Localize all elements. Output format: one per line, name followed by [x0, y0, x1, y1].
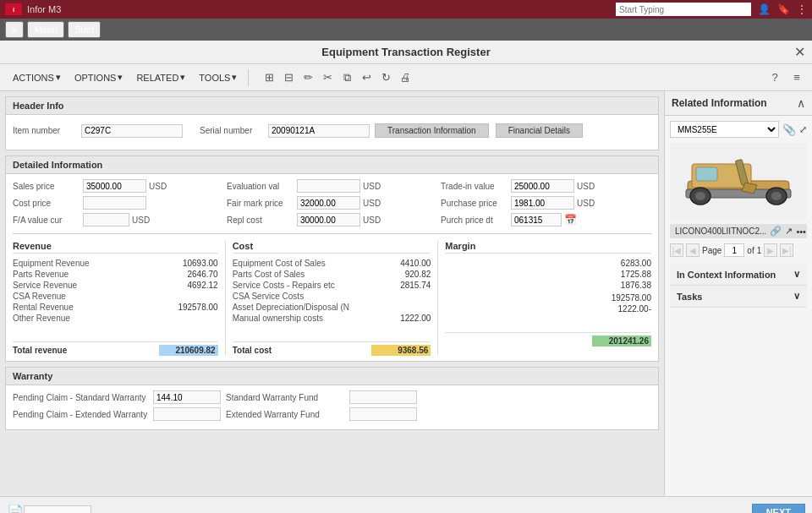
fair-mark-label: Fair mark price — [227, 199, 294, 208]
trans-btns: Transaction Information Financial Detail… — [375, 123, 583, 138]
user-icon[interactable]: 👤 — [758, 3, 771, 15]
page-label: Page — [702, 246, 721, 255]
margin-item-value: 192578.00 — [592, 293, 651, 303]
options-button[interactable]: OPTIONS ▾ — [69, 69, 129, 85]
repl-cost-input[interactable] — [297, 213, 360, 226]
app-instance: Infor M3 — [27, 4, 61, 14]
bottom-page-input[interactable] — [24, 505, 91, 514]
refresh-icon[interactable]: ↻ — [377, 69, 394, 86]
warranty-extended-input[interactable] — [153, 407, 221, 421]
context-info-header[interactable]: In Context Information ∨ — [670, 264, 807, 285]
cost-item: Service Costs - Repairs etc 2815.74 — [233, 281, 431, 290]
fa-value-currency: USD — [132, 216, 150, 225]
eval-val-group: Evaluation val USD — [227, 179, 437, 193]
right-panel-content: MMS255E 📎 ⤢ — [665, 116, 812, 496]
equipment-svg — [679, 147, 798, 215]
toolbar-right: ? ≡ — [766, 69, 805, 86]
financial-details-button[interactable]: Financial Details — [496, 123, 583, 138]
sales-price-input[interactable] — [83, 179, 146, 193]
revenue-item-label: Parts Revenue — [13, 270, 159, 279]
margin-item: 1222.00- — [445, 304, 651, 314]
tasks-header[interactable]: Tasks ∨ — [670, 286, 807, 307]
margin-item: 1876.38 — [445, 281, 651, 290]
page-number-input[interactable] — [724, 243, 744, 257]
attach-icon[interactable]: 📎 — [782, 123, 796, 136]
revenue-total-value: 210609.82 — [159, 345, 218, 356]
menu-button[interactable]: Menu — [27, 21, 64, 38]
trade-in-group: Trade-in value USD — [441, 179, 651, 193]
undo-icon[interactable]: ↩ — [358, 69, 375, 86]
prev-page-button[interactable]: ◀ — [686, 243, 700, 257]
warranty-extended-fund-input[interactable] — [349, 407, 417, 421]
header-info-title: Header Info — [6, 97, 658, 115]
trade-in-input[interactable] — [511, 179, 574, 193]
equipment-more-icon[interactable]: ••• — [796, 226, 806, 237]
fa-value-group: F/A value cur USD — [13, 213, 223, 226]
cost-item-value: 2815.74 — [371, 281, 431, 290]
warranty-extended-fund-label: Extended Warranty Fund — [226, 410, 344, 419]
svg-marker-8 — [742, 183, 757, 194]
transaction-info-button[interactable]: Transaction Information — [375, 123, 489, 138]
margin-item: 1725.88 — [445, 270, 651, 279]
revenue-item: Rental Revenue 192578.00 — [13, 303, 218, 312]
bookmark-icon[interactable]: 🔖 — [777, 3, 790, 15]
copy-icon[interactable]: ⊟ — [280, 69, 297, 86]
revenue-item-value: 2646.70 — [159, 270, 218, 279]
fair-mark-group: Fair mark price USD — [227, 196, 437, 210]
first-page-button[interactable]: |◀ — [670, 243, 683, 257]
print-icon[interactable]: 🖨 — [397, 69, 414, 86]
purchase-price-group: Purchase price USD — [441, 196, 651, 210]
equipment-label: LICONO400LIITNOC2... 🔗 ↗ ••• — [670, 224, 807, 238]
new-icon[interactable]: ⊞ — [261, 69, 277, 86]
related-button[interactable]: RELATED ▾ — [130, 69, 191, 85]
cost-price-group: Cost price — [13, 196, 223, 210]
next-page-button[interactable]: ▶ — [764, 243, 777, 257]
purch-price-dt-group: Purch price dt 📅 — [441, 213, 651, 226]
warranty-row-2: Pending Claim - Extended Warranty Extend… — [13, 407, 651, 421]
start-button[interactable]: Start — [68, 21, 101, 38]
purchase-price-input[interactable] — [511, 196, 574, 210]
fair-mark-currency: USD — [363, 199, 381, 208]
cut-icon[interactable]: ✂ — [319, 69, 336, 86]
svg-point-5 — [695, 192, 705, 200]
panel-close-button[interactable]: ∧ — [797, 96, 805, 110]
cost-items: Equipment Cost of Sales 4410.00Parts Cos… — [233, 259, 431, 323]
warranty-standard-input[interactable] — [153, 390, 221, 404]
next-button[interactable]: NEXT — [752, 504, 805, 514]
eval-val-input[interactable] — [297, 179, 360, 193]
item-number-input[interactable] — [81, 124, 183, 138]
hamburger-button[interactable]: ≡ — [5, 21, 24, 38]
right-panel-header: Related Information ∧ — [665, 91, 812, 116]
edit-icon[interactable]: ✏ — [299, 69, 316, 86]
fa-value-input[interactable] — [83, 213, 129, 226]
cost-price-input[interactable] — [83, 196, 146, 210]
actions-button[interactable]: ACTIONS ▾ — [7, 69, 67, 85]
calendar-icon[interactable]: 📅 — [564, 214, 577, 226]
cost-item: Manual ownership costs 1222.00 — [233, 314, 431, 323]
context-info-section: In Context Information ∨ — [670, 264, 807, 286]
purchase-price-label: Purchase price — [441, 199, 508, 208]
paste-icon[interactable]: ⧉ — [338, 69, 355, 86]
purch-price-dt-label: Purch price dt — [441, 216, 508, 225]
settings-icon[interactable]: ≡ — [788, 69, 805, 86]
serial-number-input[interactable] — [268, 124, 370, 138]
fair-mark-input[interactable] — [297, 196, 360, 210]
actions-chevron: ▾ — [56, 72, 61, 83]
header-row-1: Item number Serial number Transaction In… — [13, 120, 651, 145]
warranty-standard-fund-input[interactable] — [349, 390, 417, 404]
last-page-button[interactable]: ▶| — [780, 243, 793, 257]
margin-item-value: 1725.88 — [592, 270, 651, 279]
search-input[interactable] — [616, 3, 751, 16]
equipment-share-icon[interactable]: ↗ — [785, 226, 793, 237]
menu-icon[interactable]: ⋮ — [797, 3, 807, 15]
purch-price-dt-input[interactable] — [511, 213, 562, 226]
expand-icon[interactable]: ⤢ — [799, 124, 807, 135]
equipment-select[interactable]: MMS255E — [670, 121, 779, 138]
tools-button[interactable]: TOOLS ▾ — [193, 69, 243, 85]
equipment-link-icon[interactable]: 🔗 — [770, 226, 782, 237]
close-button[interactable]: ✕ — [794, 44, 805, 60]
related-chevron: ▾ — [180, 72, 185, 83]
help-icon[interactable]: ? — [766, 69, 783, 86]
warranty-pending-extended-label: Pending Claim - Extended Warranty — [13, 410, 148, 419]
cost-item-label: Asset Depreciation/Disposal (N — [233, 303, 372, 312]
